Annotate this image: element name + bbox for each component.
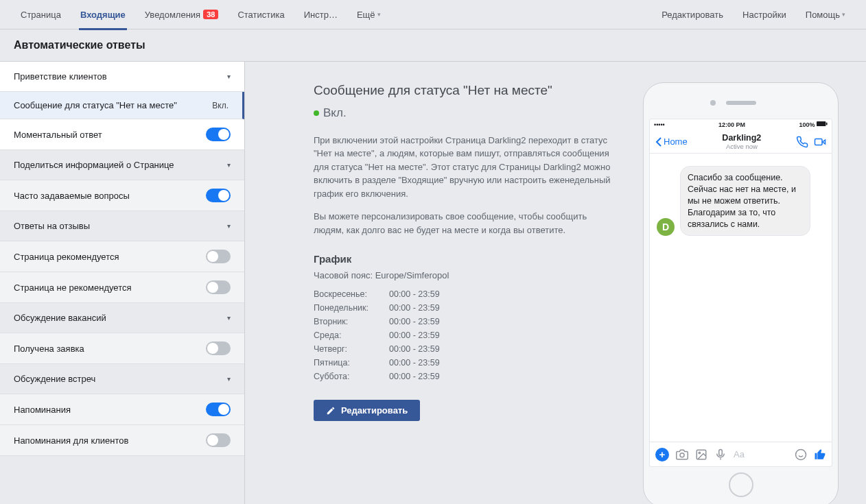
nav-settings[interactable]: Настройки xyxy=(733,0,796,29)
composer: + Aa xyxy=(650,442,832,466)
schedule-table: Воскресенье: Понедельник: Вторник: Среда… xyxy=(314,287,616,383)
sidebar-item-recommended[interactable]: Страница рекомендуется xyxy=(0,241,244,272)
status-text: Вкл. xyxy=(323,106,347,120)
home-link[interactable]: Home xyxy=(655,136,688,147)
chat-header: Home Darkling2 Active now xyxy=(650,130,832,154)
tab-page[interactable]: Страница xyxy=(11,0,71,29)
timezone-text: Часовой пояс: Europe/Simferopol xyxy=(314,270,616,280)
status-dot-icon xyxy=(314,110,319,116)
chat-title-name: Darkling2 xyxy=(688,133,796,143)
sidebar-item-client-reminders[interactable]: Напоминания для клиентов xyxy=(0,425,244,456)
page-title: Автоматические ответы xyxy=(0,29,866,62)
svg-rect-0 xyxy=(817,121,826,126)
tab-statistics[interactable]: Статистика xyxy=(228,0,294,29)
toggle-instant-reply[interactable] xyxy=(206,128,231,141)
chevron-down-icon: ▾ xyxy=(227,314,231,322)
sidebar: Приветствие клиентов▾ Сообщение для стат… xyxy=(0,62,245,504)
toggle-reminders[interactable] xyxy=(206,403,231,416)
plus-icon[interactable]: + xyxy=(655,448,669,461)
sidebar-item-away-message[interactable]: Сообщение для статуса "Нет на месте" Вкл… xyxy=(0,92,244,119)
toggle-faq[interactable] xyxy=(206,189,231,202)
nav-edit[interactable]: Редактировать xyxy=(652,0,733,29)
caret-down-icon: ▾ xyxy=(377,11,381,18)
battery-icon xyxy=(817,121,828,127)
group-meetings[interactable]: Обсуждение встреч▾ xyxy=(0,364,244,394)
tab-notifications[interactable]: Уведомления 38 xyxy=(135,0,229,29)
sidebar-item-faq[interactable]: Часто задаваемые вопросы xyxy=(0,180,244,211)
sidebar-item-instant-reply[interactable]: Моментальный ответ xyxy=(0,119,244,150)
camera-icon[interactable] xyxy=(676,448,688,461)
tab-more[interactable]: Ещё▾ xyxy=(347,0,390,29)
svg-point-9 xyxy=(796,449,806,459)
group-reviews[interactable]: Ответы на отзывы▾ xyxy=(0,211,244,241)
chevron-down-icon: ▾ xyxy=(227,375,231,383)
video-icon[interactable] xyxy=(814,136,826,148)
emoji-icon[interactable] xyxy=(795,448,807,461)
svg-marker-3 xyxy=(823,140,826,144)
notifications-badge: 38 xyxy=(203,10,218,19)
phone-speaker-icon xyxy=(726,101,756,105)
avatar: D xyxy=(657,218,675,236)
detail-desc-1: При включении этой настройки Страница Da… xyxy=(314,134,616,201)
phone-camera-icon xyxy=(710,100,716,106)
chat-title-sub: Active now xyxy=(688,143,796,150)
tab-tools[interactable]: Инстр… xyxy=(294,0,347,29)
top-nav: Страница Входящие Уведомления 38 Статист… xyxy=(0,0,866,29)
message-bubble: Спасибо за сообщение. Сейчас нас нет на … xyxy=(680,166,810,236)
sidebar-item-application[interactable]: Получена заявка xyxy=(0,333,244,364)
caret-down-icon: ▾ xyxy=(842,11,845,18)
toggle-application[interactable] xyxy=(206,341,231,355)
chevron-down-icon: ▾ xyxy=(227,222,231,230)
mic-icon[interactable] xyxy=(714,448,727,461)
group-greeting[interactable]: Приветствие клиентов▾ xyxy=(0,62,244,92)
toggle-recommended[interactable] xyxy=(206,250,231,263)
home-button-icon xyxy=(729,472,753,497)
schedule-heading: График xyxy=(314,253,616,265)
detail-title: Сообщение для статуса "Нет на месте" xyxy=(314,82,616,99)
chevron-left-icon xyxy=(655,137,662,147)
edit-button[interactable]: Редактировать xyxy=(314,400,420,421)
svg-point-4 xyxy=(680,453,684,457)
phone-icon[interactable] xyxy=(796,136,808,148)
sidebar-item-not-recommended[interactable]: Страница не рекомендуется xyxy=(0,272,244,303)
group-jobs[interactable]: Обсуждение вакансий▾ xyxy=(0,303,244,333)
detail-desc-2: Вы можете персонализировать свое сообщен… xyxy=(314,210,616,237)
phone-preview: ••••• 12:00 PM 100% Home Darkling2 Activ… xyxy=(643,82,839,504)
toggle-client-reminders[interactable] xyxy=(206,433,231,447)
chevron-down-icon: ▾ xyxy=(227,73,231,80)
status-label: Вкл. xyxy=(212,101,229,110)
pencil-icon xyxy=(326,406,336,416)
svg-rect-7 xyxy=(719,449,723,455)
sidebar-item-reminders[interactable]: Напоминания xyxy=(0,394,244,425)
svg-point-6 xyxy=(699,452,700,453)
toggle-not-recommended[interactable] xyxy=(206,280,231,294)
image-icon[interactable] xyxy=(695,448,707,461)
tab-inbox[interactable]: Входящие xyxy=(71,0,135,29)
detail-pane: Сообщение для статуса "Нет на месте" Вкл… xyxy=(314,82,616,504)
chevron-down-icon: ▾ xyxy=(227,161,231,169)
like-icon[interactable] xyxy=(814,448,826,461)
composer-input[interactable]: Aa xyxy=(734,449,788,459)
phone-status-bar: ••••• 12:00 PM 100% xyxy=(650,119,832,130)
svg-rect-1 xyxy=(826,123,828,125)
nav-help[interactable]: Помощь▾ xyxy=(796,0,855,29)
svg-rect-2 xyxy=(815,139,823,145)
group-share-info[interactable]: Поделиться информацией о Странице▾ xyxy=(0,150,244,180)
